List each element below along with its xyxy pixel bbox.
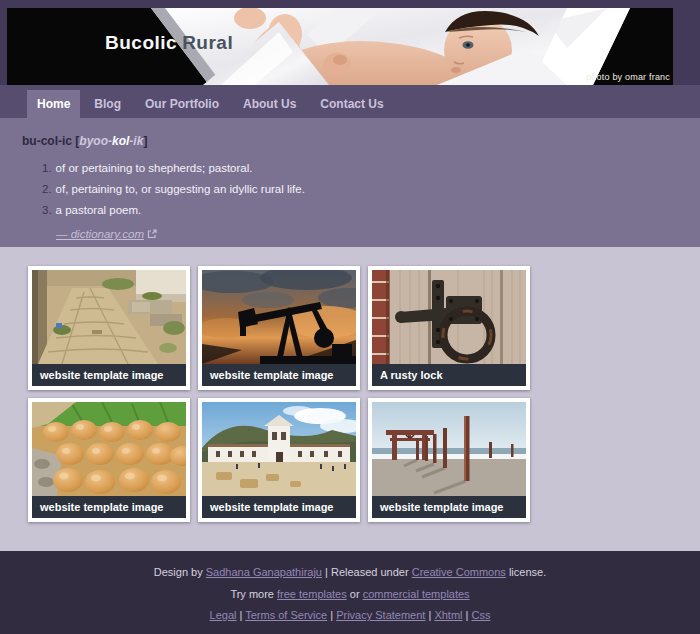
church-plaza-image (202, 402, 356, 496)
definition-item-text: of or pertaining to shepherds; pastoral. (56, 162, 253, 174)
definition-headword: bu-col-ic [byoo-kol-ik] (22, 134, 680, 149)
bracket-close: ] (143, 134, 147, 148)
thumbnail-church-plaza[interactable]: website template image (198, 398, 360, 522)
creative-commons-link[interactable]: Creative Commons (412, 566, 506, 578)
thumbnail-caption: website template image (32, 496, 186, 518)
site-title-secondary: Rural (182, 32, 233, 53)
definition-section: bu-col-ic [byoo-kol-ik] 1.of or pertaini… (0, 118, 700, 247)
pump-jack-image (202, 270, 356, 364)
designer-link[interactable]: Sadhana Ganapathiraju (206, 566, 322, 578)
nav-item-contact-us[interactable]: Contact Us (310, 90, 393, 118)
footer: Design by Sadhana Ganapathiraju | Releas… (0, 551, 700, 634)
definition-item: 3.a pastoral poem. (42, 203, 680, 217)
footer-text: or (347, 588, 363, 600)
site-title: BucolicRural (105, 33, 233, 52)
cobblestone-path-image (32, 270, 186, 364)
definition-item: 2.of, pertaining to, or suggesting an id… (42, 182, 680, 196)
thumbnail-pump-jack[interactable]: website template image (198, 266, 360, 390)
thumbnail-eggs[interactable]: website template image (28, 398, 190, 522)
rusty-lock-image (372, 270, 526, 364)
legal-link[interactable]: Legal (210, 609, 237, 621)
thumbnail-caption: website template image (202, 496, 356, 518)
separator: | (236, 609, 245, 621)
site-title-primary: Bucolic (105, 32, 177, 53)
nav-item-blog[interactable]: Blog (84, 90, 131, 118)
definition-term: bu-col-ic (22, 134, 72, 148)
footer-templates-line: Try more free templates or commercial te… (0, 584, 700, 606)
footer-text: Try more (230, 588, 277, 600)
footer-legal-line: Legal | Terms of Service | Privacy State… (0, 605, 700, 627)
header-strip: BucolicRural photo by omar franc (0, 0, 700, 85)
definition-item: 1.of or pertaining to shepherds; pastora… (42, 161, 680, 175)
gallery-row: website template image (28, 398, 700, 522)
definition-item-number: 3. (42, 204, 52, 216)
pronunciation-part: -ik (129, 134, 143, 148)
footer-text: | Released under (322, 566, 412, 578)
footer-credits-line: Design by Sadhana Ganapathiraju | Releas… (0, 562, 700, 584)
portfolio-gallery: website template image (0, 247, 700, 551)
thumbnail-caption: website template image (32, 364, 186, 386)
thumbnail-caption: website template image (372, 496, 526, 518)
terms-of-service-link[interactable]: Terms of Service (245, 609, 327, 621)
definition-item-text: of, pertaining to, or suggesting an idyl… (56, 183, 305, 195)
header-banner: BucolicRural photo by omar franc (7, 8, 673, 85)
definition-item-number: 1. (42, 162, 52, 174)
xhtml-link[interactable]: Xhtml (434, 609, 462, 621)
nav-item-about-us[interactable]: About Us (233, 90, 306, 118)
free-templates-link[interactable]: free templates (277, 588, 347, 600)
nav-item-home[interactable]: Home (27, 90, 80, 118)
footer-text: license. (506, 566, 546, 578)
external-link-icon (147, 229, 157, 239)
pronunciation-part: kol (112, 134, 129, 148)
eggs-image (32, 402, 186, 496)
thumbnail-caption: website template image (202, 364, 356, 386)
thumbnail-beach-posts[interactable]: website template image (368, 398, 530, 522)
thumbnail-cobblestone-path[interactable]: website template image (28, 266, 190, 390)
nav-item-our-portfolio[interactable]: Our Portfolio (135, 90, 229, 118)
main-nav: Home Blog Our Portfolio About Us Contact… (0, 85, 700, 118)
photo-credit: photo by omar franc (586, 72, 670, 82)
dictionary-source-label: — dictionary.com (56, 228, 144, 240)
commercial-templates-link[interactable]: commercial templates (363, 588, 470, 600)
definition-item-text: a pastoral poem. (56, 204, 142, 216)
privacy-statement-link[interactable]: Privacy Statement (336, 609, 425, 621)
thumbnail-rusty-lock[interactable]: A rusty lock (368, 266, 530, 390)
dictionary-source-link[interactable]: — dictionary.com (56, 228, 157, 240)
thumbnail-caption: A rusty lock (372, 364, 526, 386)
footer-text: Design by (154, 566, 206, 578)
definition-item-number: 2. (42, 183, 52, 195)
definition-list: 1.of or pertaining to shepherds; pastora… (22, 161, 680, 217)
separator: | (463, 609, 472, 621)
beach-posts-image (372, 402, 526, 496)
css-link[interactable]: Css (472, 609, 491, 621)
gallery-row: website template image (28, 266, 700, 390)
separator: | (327, 609, 336, 621)
pronunciation-part: byoo- (79, 134, 112, 148)
